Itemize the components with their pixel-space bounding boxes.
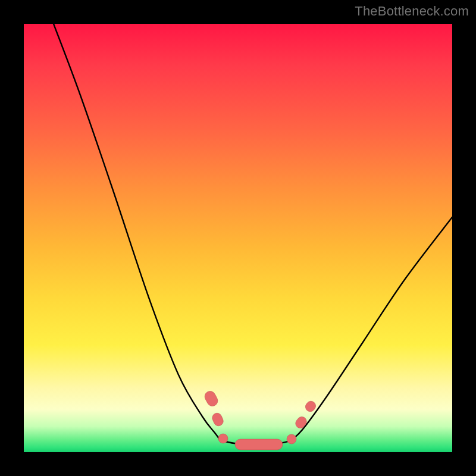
chart-frame: TheBottleneck.com (0, 0, 476, 476)
bead-right-end (287, 434, 296, 444)
bead-left-lower (211, 412, 225, 428)
watermark-text: TheBottleneck.com (355, 4, 469, 19)
curve-overlay (24, 24, 452, 452)
bead-bottom-bar (235, 439, 283, 450)
bead-left-end (218, 434, 228, 443)
curve-left-segment (54, 24, 220, 440)
plot-area (24, 24, 452, 452)
bead-right-lower (294, 415, 309, 430)
bead-left-upper (203, 389, 220, 408)
v-curve (54, 24, 452, 444)
beads-group (203, 389, 318, 450)
